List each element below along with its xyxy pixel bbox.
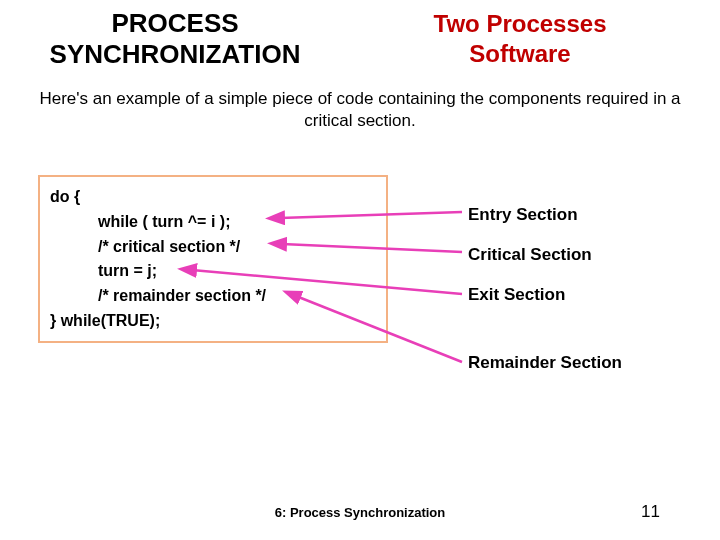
- code-line-4: turn = j;: [50, 259, 376, 284]
- label-entry: Entry Section: [468, 195, 622, 235]
- title-left-line2: SYNCHRONIZATION: [50, 39, 301, 69]
- code-line-3: /* critical section */: [50, 235, 376, 260]
- intro-text: Here's an example of a simple piece of c…: [30, 88, 690, 131]
- title-right-line2: Software: [469, 40, 570, 67]
- page-number: 11: [641, 502, 660, 522]
- code-line-2: while ( turn ^= i );: [50, 210, 376, 235]
- code-box: do { while ( turn ^= i ); /* critical se…: [38, 175, 388, 343]
- footer-text: 6: Process Synchronization: [0, 505, 720, 520]
- code-line-6: } while(TRUE);: [50, 309, 376, 334]
- code-line-1: do {: [50, 185, 376, 210]
- label-remainder: Remainder Section: [468, 343, 622, 383]
- section-labels: Entry Section Critical Section Exit Sect…: [468, 195, 622, 383]
- code-line-5: /* remainder section */: [50, 284, 376, 309]
- label-exit: Exit Section: [468, 275, 622, 315]
- title-right-line1: Two Processes: [434, 10, 607, 37]
- label-critical: Critical Section: [468, 235, 622, 275]
- title-left: PROCESS SYNCHRONIZATION: [10, 8, 340, 70]
- title-left-line1: PROCESS: [111, 8, 238, 38]
- title-right: Two Processes Software: [370, 9, 670, 69]
- slide-header: PROCESS SYNCHRONIZATION Two Processes So…: [0, 0, 720, 70]
